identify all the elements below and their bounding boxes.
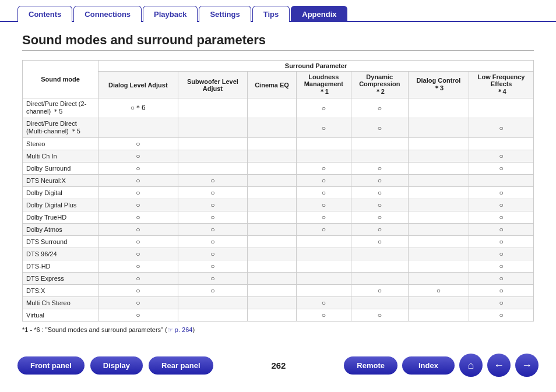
- home-icon: ⌂: [468, 359, 474, 372]
- param-cell: ○: [98, 175, 178, 187]
- display-button[interactable]: Display: [90, 356, 143, 375]
- sound-mode-name: Multi Ch In: [23, 150, 98, 163]
- param-cell: [408, 211, 469, 224]
- param-cell: [408, 236, 469, 248]
- sound-mode-name: DTS:X: [23, 285, 98, 297]
- tab-connections[interactable]: Connections: [73, 6, 142, 22]
- param-cell: ○: [98, 163, 178, 175]
- param-cell: ○: [469, 187, 534, 199]
- param-cell: [248, 175, 297, 187]
- param-cell: [178, 98, 248, 118]
- tab-playback[interactable]: Playback: [143, 6, 198, 22]
- param-cell: [296, 236, 351, 248]
- param-cell: [248, 118, 297, 138]
- table-row: Multi Ch In○○: [23, 150, 534, 163]
- tab-settings[interactable]: Settings: [199, 6, 251, 22]
- col-dynamic: DynamicCompression＊2: [351, 72, 408, 98]
- param-cell: ○: [178, 248, 248, 260]
- sound-mode-name: Multi Ch Stereo: [23, 297, 98, 309]
- param-cell: ○: [469, 273, 534, 285]
- front-panel-button[interactable]: Front panel: [17, 356, 85, 375]
- col-subwoofer: Subwoofer LevelAdjust: [178, 72, 248, 98]
- param-cell: ○: [98, 224, 178, 236]
- sound-mode-name: Dolby Surround: [23, 163, 98, 175]
- param-cell: ○: [296, 199, 351, 211]
- param-cell: ○: [296, 163, 351, 175]
- sound-mode-name: Virtual: [23, 309, 98, 322]
- table-row: Dolby TrueHD○○○○○: [23, 211, 534, 224]
- table-row: Dolby Atmos○○○○○: [23, 224, 534, 236]
- param-cell: [469, 98, 534, 118]
- param-cell: ○: [351, 285, 408, 297]
- col-sound-mode-header: Sound mode: [23, 61, 98, 98]
- tab-contents[interactable]: Contents: [17, 6, 72, 22]
- remote-button[interactable]: Remote: [344, 356, 397, 375]
- param-cell: ○: [351, 187, 408, 199]
- param-cell: [408, 297, 469, 309]
- sound-mode-name: DTS Neural:X: [23, 175, 98, 187]
- param-cell: ○: [469, 285, 534, 297]
- param-cell: [469, 138, 534, 150]
- sound-mode-name: DTS Express: [23, 273, 98, 285]
- table-row: DTS-HD○○○: [23, 260, 534, 273]
- param-cell: [408, 273, 469, 285]
- param-cell: ○: [351, 98, 408, 118]
- col-dialog-control: Dialog Control＊3: [408, 72, 469, 98]
- back-icon: ←: [494, 359, 504, 372]
- param-cell: [296, 260, 351, 273]
- sound-mode-name: Dolby Atmos: [23, 224, 98, 236]
- col-loudness: LoudnessManagement＊1: [296, 72, 351, 98]
- param-cell: ○: [178, 199, 248, 211]
- param-cell: ○: [296, 187, 351, 199]
- param-cell: [408, 187, 469, 199]
- param-cell: ○: [408, 285, 469, 297]
- param-cell: [408, 309, 469, 322]
- param-cell: [248, 309, 297, 322]
- page-content: Sound modes and surround parameters Soun…: [0, 22, 556, 340]
- table-row: DTS Neural:X○○○○: [23, 175, 534, 187]
- param-cell: ○: [469, 163, 534, 175]
- param-cell: ○: [351, 224, 408, 236]
- params-table: Sound mode Surround Parameter Dialog Lev…: [22, 60, 534, 322]
- param-cell: [248, 285, 297, 297]
- param-cell: ○: [469, 236, 534, 248]
- param-cell: [351, 150, 408, 163]
- back-button[interactable]: ←: [487, 354, 511, 377]
- table-row: Dolby Surround○○○○: [23, 163, 534, 175]
- bottom-nav-right: Remote Index ⌂ ← →: [344, 354, 539, 377]
- param-cell: [296, 273, 351, 285]
- surround-param-header: Surround Parameter: [98, 61, 534, 72]
- param-cell: ○: [469, 309, 534, 322]
- param-cell: ○: [178, 273, 248, 285]
- param-cell: [248, 199, 297, 211]
- index-button[interactable]: Index: [402, 356, 455, 375]
- tab-appendix[interactable]: Appendix: [291, 6, 347, 22]
- table-row: Dolby Digital○○○○○: [23, 187, 534, 199]
- param-cell: ○: [296, 118, 351, 138]
- param-cell: [178, 150, 248, 163]
- tab-tips[interactable]: Tips: [252, 6, 290, 22]
- home-button[interactable]: ⌂: [459, 354, 483, 377]
- param-cell: ○: [98, 309, 178, 322]
- param-cell: ○: [469, 150, 534, 163]
- param-cell: ○: [178, 211, 248, 224]
- param-cell: ○: [469, 199, 534, 211]
- forward-button[interactable]: →: [515, 354, 539, 377]
- param-cell: ○: [469, 260, 534, 273]
- param-cell: [408, 98, 469, 118]
- sound-mode-name: DTS-HD: [23, 260, 98, 273]
- forward-icon: →: [522, 359, 532, 372]
- param-cell: ○: [98, 150, 178, 163]
- param-cell: ○: [178, 224, 248, 236]
- param-cell: [248, 273, 297, 285]
- param-cell: [408, 150, 469, 163]
- rear-panel-button[interactable]: Rear panel: [149, 356, 213, 375]
- param-cell: ○: [296, 309, 351, 322]
- param-cell: [248, 297, 297, 309]
- param-cell: [248, 211, 297, 224]
- param-cell: ○: [351, 118, 408, 138]
- param-cell: [351, 138, 408, 150]
- param-cell: [408, 260, 469, 273]
- sound-mode-name: Direct/Pure Direct (Multi-channel) ＊5: [23, 118, 98, 138]
- col-cinema-eq: Cinema EQ: [248, 72, 297, 98]
